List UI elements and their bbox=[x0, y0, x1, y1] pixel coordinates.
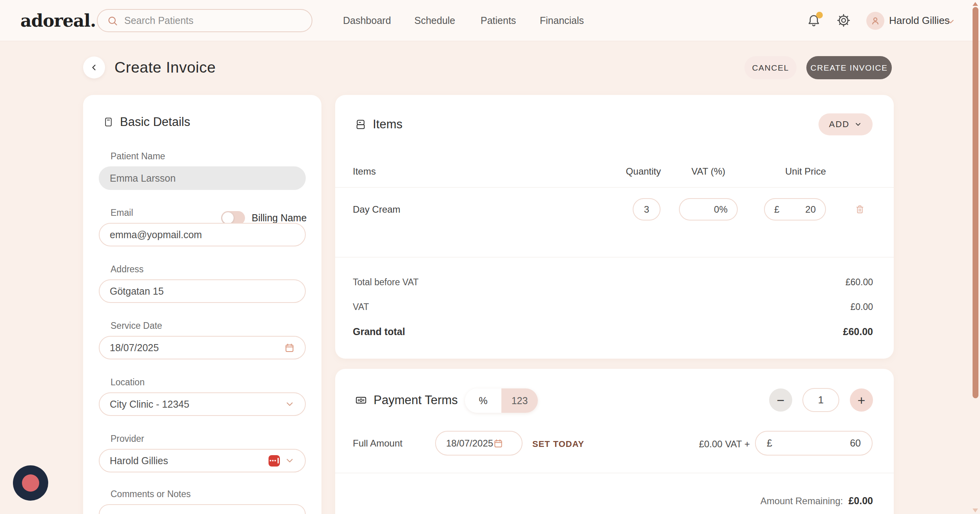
grand-total-label: Grand total bbox=[353, 326, 405, 337]
provider-value: Harold Gillies bbox=[110, 455, 168, 467]
installments-count-input[interactable] bbox=[802, 388, 839, 412]
col-vat: VAT (%) bbox=[679, 166, 738, 177]
vat-input[interactable] bbox=[689, 204, 728, 215]
increase-installments-button[interactable]: + bbox=[850, 388, 873, 412]
toggle-knob bbox=[222, 212, 234, 224]
back-button[interactable] bbox=[83, 57, 105, 78]
app-logo: adoreal. bbox=[20, 11, 96, 31]
cancel-button[interactable]: CANCEL bbox=[744, 56, 797, 79]
amount-remaining-value: £0.00 bbox=[848, 495, 873, 507]
payment-amount-field[interactable]: £ bbox=[755, 431, 873, 456]
address-field[interactable] bbox=[99, 279, 306, 303]
scrollbar-thumb[interactable] bbox=[973, 7, 978, 398]
settings-gear-icon[interactable] bbox=[836, 13, 851, 28]
percent-mode-option[interactable]: % bbox=[465, 388, 501, 413]
banknote-icon bbox=[355, 394, 367, 406]
user-menu-chevron-down-icon[interactable] bbox=[946, 16, 956, 27]
amount-remaining-label: Amount Remaining: bbox=[760, 496, 843, 507]
page-title: Create Invoice bbox=[114, 59, 216, 76]
chevron-down-icon bbox=[854, 120, 862, 128]
location-value: City Clinic - 12345 bbox=[110, 399, 189, 410]
currency-symbol: £ bbox=[767, 437, 772, 449]
delete-item-trash-icon[interactable] bbox=[855, 204, 865, 215]
calendar-icon[interactable] bbox=[284, 343, 295, 353]
nav-schedule[interactable]: Schedule bbox=[414, 0, 455, 41]
location-label: Location bbox=[111, 377, 145, 388]
payment-mode-toggle[interactable]: % 123 bbox=[465, 388, 538, 413]
unit-price-field[interactable]: £ bbox=[764, 198, 826, 221]
email-field[interactable] bbox=[99, 223, 306, 246]
patient-name-field: Emma Larsson bbox=[99, 166, 306, 190]
basic-details-panel: Basic Details Billing Name Patient Name … bbox=[83, 95, 321, 514]
comments-label: Comments or Notes bbox=[111, 489, 191, 499]
grand-total-value: £60.00 bbox=[843, 326, 873, 337]
service-date-field[interactable] bbox=[99, 336, 306, 359]
set-today-link[interactable]: SET TODAY bbox=[532, 439, 584, 449]
decrease-installments-button[interactable]: − bbox=[769, 388, 792, 412]
calendar-icon[interactable] bbox=[493, 438, 515, 448]
search-icon bbox=[107, 15, 118, 26]
notifications-bell-icon[interactable] bbox=[806, 13, 821, 28]
address-label: Address bbox=[111, 264, 143, 275]
total-before-vat-label: Total before VAT bbox=[353, 277, 419, 288]
service-date-label: Service Date bbox=[111, 321, 162, 331]
address-input[interactable] bbox=[110, 286, 295, 297]
unit-price-input[interactable] bbox=[779, 204, 816, 215]
payment-date-value: 18/07/2025 bbox=[446, 438, 493, 449]
search-input[interactable] bbox=[124, 15, 302, 26]
nav-financials[interactable]: Financials bbox=[540, 0, 584, 41]
chevron-left-icon bbox=[89, 63, 99, 72]
basic-details-title: Basic Details bbox=[120, 115, 190, 129]
quantity-input[interactable] bbox=[633, 204, 660, 215]
items-panel: Items ADD Items Quantity VAT (%) Unit Pr… bbox=[335, 95, 894, 359]
document-icon bbox=[103, 116, 114, 128]
chat-launcher-button[interactable] bbox=[13, 465, 48, 501]
col-unit-price: Unit Price bbox=[774, 166, 837, 177]
nav-patients[interactable]: Patients bbox=[481, 0, 516, 41]
vat-total-label: VAT bbox=[353, 302, 369, 312]
total-before-vat-value: £60.00 bbox=[846, 277, 873, 288]
full-amount-label: Full Amount bbox=[353, 438, 403, 449]
chevron-down-icon bbox=[285, 399, 295, 409]
password-manager-icon[interactable] bbox=[269, 455, 280, 467]
chat-launcher-dot bbox=[22, 474, 39, 492]
notification-badge bbox=[816, 12, 823, 18]
quantity-field[interactable] bbox=[633, 198, 661, 221]
payment-terms-title: Payment Terms bbox=[374, 393, 458, 407]
service-date-input[interactable] bbox=[110, 342, 284, 354]
vat-field[interactable] bbox=[679, 198, 738, 221]
chevron-down-icon bbox=[285, 456, 295, 466]
items-title: Items bbox=[373, 117, 403, 131]
scrollbar-down-arrow[interactable] bbox=[973, 509, 978, 512]
patient-search[interactable] bbox=[97, 9, 312, 32]
provider-select[interactable]: Harold Gillies bbox=[99, 449, 306, 472]
payment-amount-input[interactable] bbox=[772, 437, 861, 449]
vat-total-value: £0.00 bbox=[850, 302, 873, 312]
topbar: adoreal. Dashboard Schedule Patients Fin… bbox=[0, 0, 980, 41]
currency-symbol: £ bbox=[774, 204, 779, 215]
items-box-icon bbox=[355, 118, 367, 130]
create-invoice-button[interactable]: CREATE INVOICE bbox=[806, 56, 892, 79]
add-item-button[interactable]: ADD bbox=[818, 113, 873, 135]
col-quantity: Quantity bbox=[626, 166, 661, 177]
nav-dashboard[interactable]: Dashboard bbox=[343, 0, 391, 41]
col-items: Items bbox=[353, 166, 376, 177]
number-mode-option[interactable]: 123 bbox=[501, 388, 538, 413]
vat-note: £0.00 VAT + bbox=[691, 439, 750, 450]
billing-name-label: Billing Name bbox=[252, 212, 307, 224]
comments-textarea[interactable] bbox=[99, 504, 306, 514]
email-input[interactable] bbox=[110, 229, 295, 241]
patient-name-value: Emma Larsson bbox=[110, 173, 176, 184]
payment-terms-panel: Payment Terms % 123 − + Full Amount 18/0… bbox=[335, 369, 894, 514]
location-select[interactable]: City Clinic - 12345 bbox=[99, 392, 306, 416]
amount-remaining: Amount Remaining: £0.00 bbox=[760, 495, 873, 507]
email-label: Email bbox=[111, 208, 133, 218]
user-avatar[interactable] bbox=[866, 12, 884, 30]
add-label: ADD bbox=[829, 119, 849, 129]
item-name: Day Cream bbox=[353, 204, 400, 215]
payment-date-field[interactable]: 18/07/2025 bbox=[435, 431, 523, 456]
user-name[interactable]: Harold Gillies bbox=[889, 0, 950, 41]
provider-label: Provider bbox=[111, 434, 144, 444]
patient-name-label: Patient Name bbox=[111, 151, 165, 162]
scrollbar-up-arrow[interactable] bbox=[973, 2, 978, 6]
